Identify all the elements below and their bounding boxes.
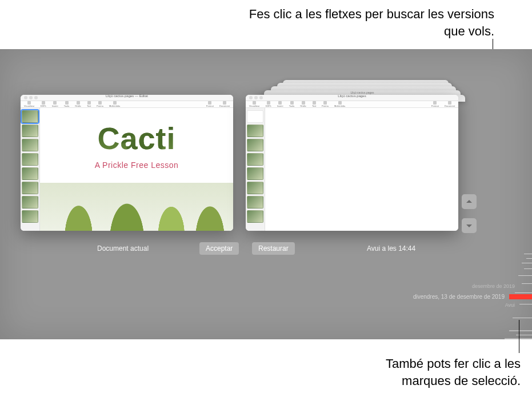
toolbar-document[interactable]: Document	[219, 101, 230, 107]
timeline-selected-marker[interactable]	[509, 294, 532, 299]
timeline-tick[interactable]	[519, 304, 532, 304]
document-hero-image	[40, 183, 233, 231]
callout-bottom-leader	[519, 320, 519, 353]
timeline-tick[interactable]	[505, 338, 532, 339]
page-thumbnail[interactable]	[22, 167, 38, 180]
chevron-up-icon	[466, 198, 473, 205]
page-thumbnail[interactable]	[247, 153, 263, 166]
timeline-tick[interactable]	[509, 330, 532, 331]
toolbar-insert[interactable]: Inserir	[52, 101, 58, 107]
toolbar-media[interactable]: Multimèdia	[334, 101, 345, 107]
version-up-arrow-button[interactable]	[462, 194, 477, 209]
page-thumbnail[interactable]	[22, 153, 38, 166]
page-thumbnail[interactable]	[247, 110, 263, 123]
toolbar-text[interactable]: Text	[87, 101, 91, 107]
timeline-selected-date: divendres, 13 de desembre de 2019	[413, 294, 505, 300]
toolbar-format[interactable]: Format	[431, 101, 439, 107]
timeline-tick[interactable]	[526, 258, 532, 259]
toolbar-format[interactable]: Format	[206, 101, 214, 107]
toolbar-insert[interactable]: Inserir	[277, 101, 283, 107]
page-thumbnail[interactable]	[247, 196, 263, 208]
page-thumbnail[interactable]	[22, 139, 38, 151]
toolbar-table[interactable]: Taula	[289, 101, 295, 107]
timeline-tick[interactable]	[522, 283, 532, 284]
window-title: Lliçó cactus.pages	[246, 95, 458, 98]
page-thumbnails-sidebar[interactable]	[246, 108, 265, 231]
toolbar-table[interactable]: Taula	[64, 101, 70, 107]
document-page: Cacti A Prickle Free Lesson	[40, 108, 233, 231]
toolbar-chart[interactable]: Gràfic	[300, 101, 306, 107]
page-thumbnail[interactable]	[247, 182, 263, 194]
page-thumbnail[interactable]	[22, 110, 38, 123]
current-document-window[interactable]: Lliçó cactus.pages — Editat Visualitzar …	[21, 95, 233, 231]
toolbar-view[interactable]: Visualitzar	[24, 101, 34, 107]
timeline-tick[interactable]	[515, 292, 532, 293]
document-subtitle: A Prickle Free Lesson	[95, 161, 179, 170]
callout-arrows: Fes clic a les fletxes per buscar les ve…	[226, 6, 494, 39]
page-thumbnail[interactable]	[22, 210, 38, 223]
document-heading: Cacti	[97, 121, 175, 156]
page-thumbnail[interactable]	[247, 167, 263, 180]
document-page-blank	[265, 108, 458, 231]
timeline-tick[interactable]	[524, 254, 532, 254]
help-figure: Fes clic a les fletxes per buscar les ve…	[0, 0, 532, 401]
timeline-month-label: desembre de 2019	[472, 283, 515, 289]
toolbar-text[interactable]: Text	[312, 101, 316, 107]
window-titlebar[interactable]: Lliçó cactus.pages — Editat	[21, 95, 233, 101]
current-document-label: Document actual	[97, 244, 149, 252]
previous-version-panel: Lliçó cactus.pages Visualitzar 100% Inse…	[246, 95, 458, 231]
versions-browser-stage: Lliçó cactus.pages Lliçó cactus.pages Ll…	[0, 49, 532, 339]
chevron-down-icon	[466, 222, 473, 229]
timeline-tick[interactable]	[513, 318, 532, 318]
toolbar-document[interactable]: Document	[445, 101, 455, 107]
page-thumbnail[interactable]	[22, 125, 38, 137]
toolbar-zoom[interactable]: 100%	[265, 101, 271, 107]
toolbar-chart[interactable]: Gràfic	[75, 101, 81, 107]
page-thumbnail[interactable]	[22, 182, 38, 194]
window-title: Lliçó cactus.pages — Editat	[21, 95, 233, 98]
window-titlebar[interactable]: Lliçó cactus.pages	[246, 95, 458, 101]
callout-tickmarks: També pots fer clic a les marques de sel…	[338, 355, 521, 389]
current-document-panel: Lliçó cactus.pages — Editat Visualitzar …	[21, 95, 233, 231]
page-thumbnails-sidebar[interactable]	[21, 108, 40, 231]
timeline-tick[interactable]	[524, 268, 532, 269]
toolbar-shape[interactable]: Forma	[97, 101, 103, 107]
restore-button[interactable]: Restaurar	[252, 242, 295, 255]
page-thumbnail[interactable]	[247, 210, 263, 223]
toolbar-zoom[interactable]: 100%	[40, 101, 46, 107]
page-thumbnail[interactable]	[22, 196, 38, 208]
page-thumbnail[interactable]	[247, 139, 263, 151]
previous-version-label: Avui a les 14:44	[367, 244, 415, 252]
document-toolbar[interactable]: Visualitzar 100% Inserir Taula Gràfic Te…	[246, 101, 458, 108]
timeline-tick[interactable]	[518, 275, 532, 276]
accept-button[interactable]: Acceptar	[199, 242, 239, 255]
version-down-arrow-button[interactable]	[462, 218, 477, 233]
page-thumbnail[interactable]	[247, 125, 263, 137]
toolbar-view[interactable]: Visualitzar	[249, 101, 259, 107]
toolbar-media[interactable]: Multimèdia	[109, 101, 120, 107]
timeline-tick[interactable]	[522, 263, 532, 263]
toolbar-shape[interactable]: Forma	[322, 101, 329, 107]
previous-version-window[interactable]: Lliçó cactus.pages Visualitzar 100% Inse…	[246, 95, 458, 231]
document-toolbar[interactable]: Visualitzar 100% Inserir Taula Gràfic Te…	[21, 101, 233, 108]
timeline-today-label: Avui	[505, 302, 515, 308]
